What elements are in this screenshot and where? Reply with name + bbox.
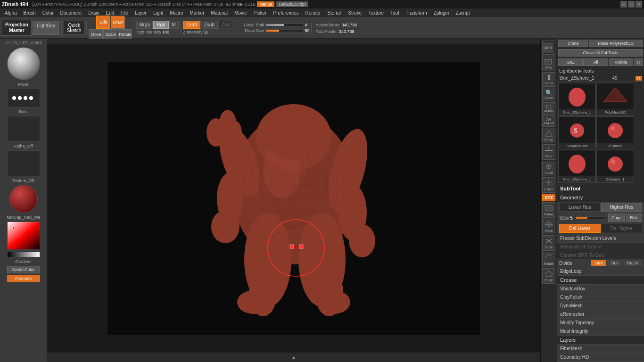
lightbox-button[interactable]: LightBox: [33, 21, 59, 35]
convert-bpr-button[interactable]: Convert BPR To Geo: [557, 251, 644, 259]
reconstruct-subdiv-button[interactable]: Reconstruct Subdiv: [557, 242, 644, 251]
script-button[interactable]: DefaultZScript: [276, 1, 308, 7]
quick-sketch-button[interactable]: QuickSketch: [64, 21, 85, 35]
brush-preview[interactable]: [7, 47, 40, 80]
draw-size-slider[interactable]: [265, 29, 303, 32]
goz-button[interactable]: GoZ: [558, 58, 583, 66]
shadowbox-button[interactable]: ShadowBox: [557, 284, 644, 293]
menu-picker[interactable]: Picker: [251, 10, 270, 16]
alternate-button[interactable]: Alternate: [7, 275, 40, 282]
mesh-r-button[interactable]: R: [636, 76, 643, 81]
alpha-preview[interactable]: [7, 116, 40, 142]
minimize-button[interactable]: ─: [620, 1, 627, 8]
thumb-skin1[interactable]: Skin_ZSphere_1: [558, 83, 596, 116]
geometry-section-header[interactable]: Geometry: [557, 193, 644, 202]
clone-button[interactable]: Clone: [558, 40, 588, 47]
floor-button[interactable]: Floor: [542, 144, 555, 160]
crease-section-header[interactable]: Crease: [557, 275, 644, 284]
menu-brush[interactable]: Brush: [21, 10, 39, 16]
viewport[interactable]: [47, 44, 540, 353]
del-higher-button[interactable]: Del Higher: [601, 224, 643, 233]
menu-render[interactable]: Render: [303, 10, 324, 16]
sdiv-slider[interactable]: [576, 216, 605, 219]
menu-document[interactable]: Document: [58, 10, 85, 16]
menu-macro[interactable]: Macro: [167, 10, 186, 16]
menu-texture[interactable]: Texture: [365, 10, 387, 16]
bpr-button[interactable]: BPR: [542, 41, 555, 55]
menu-movie[interactable]: Movie: [231, 10, 250, 16]
r-small-button[interactable]: R: [634, 58, 643, 66]
model-canvas[interactable]: [107, 62, 480, 335]
menu-file[interactable]: File: [118, 10, 131, 16]
frame-button[interactable]: Frame: [542, 202, 555, 218]
clone-all-subtools-button[interactable]: Clone All SubTools: [558, 49, 643, 57]
actual-button[interactable]: 1:1 Actual: [542, 102, 555, 115]
dynamesh-button[interactable]: DynaMesh: [557, 301, 644, 310]
menu-tool[interactable]: Tool: [388, 10, 402, 16]
m-button[interactable]: M: [169, 21, 179, 29]
reuv-button[interactable]: ReUV: [623, 260, 642, 266]
thumb-zsphere[interactable]: ZSphere: [596, 116, 634, 149]
menu-edit[interactable]: Edit: [103, 10, 117, 16]
aahalf-button[interactable]: AA AAHalf: [542, 115, 555, 127]
rstr-button[interactable]: Rstr: [626, 214, 642, 222]
maximize-button[interactable]: □: [628, 1, 635, 8]
menu-alpha[interactable]: Alpha: [2, 10, 20, 16]
texture-preview[interactable]: [7, 150, 40, 176]
rotate2-button[interactable]: Rotate: [542, 252, 555, 267]
xyz-button[interactable]: XYZ: [542, 194, 555, 201]
freeze-subdiv-button[interactable]: Freeze SubDivision Levels: [557, 234, 644, 242]
move-button[interactable]: Move: [89, 29, 103, 40]
polyf-button[interactable]: PolyF: [542, 268, 555, 284]
menu-stencil[interactable]: Stencil: [324, 10, 344, 16]
lower-res-button[interactable]: Lower Res: [559, 203, 601, 212]
geometry-hd-button[interactable]: Geometry HD: [557, 353, 644, 361]
move2-button[interactable]: Move: [542, 219, 555, 234]
modify-topology-button[interactable]: Modify Topology: [557, 318, 644, 327]
scroll-button[interactable]: ⇕ Scroll: [542, 72, 555, 87]
scale2-button[interactable]: Scale: [542, 235, 555, 251]
claypolish-button[interactable]: ClayPolish: [557, 293, 644, 301]
stroke-preview[interactable]: [7, 89, 40, 107]
local-button[interactable]: Local: [542, 161, 555, 176]
smt-button[interactable]: Smt: [591, 260, 606, 266]
scale-button[interactable]: Scale: [103, 29, 117, 40]
thumb-polymesh3d[interactable]: PolyMesh3D: [596, 83, 634, 116]
thumb-zsphere1[interactable]: ZSphere_1: [596, 150, 634, 183]
menu-draw[interactable]: Draw: [85, 10, 102, 16]
menu-color[interactable]: Color: [40, 10, 57, 16]
menus-button[interactable]: Menus: [257, 1, 274, 7]
lsym-button[interactable]: L.Sym: [542, 177, 555, 193]
mrgb-button[interactable]: Mrgb: [136, 21, 153, 29]
subtool-header[interactable]: SubTool: [557, 184, 644, 193]
menu-preferences[interactable]: Preferences: [271, 10, 302, 16]
suv-button[interactable]: Suv: [607, 260, 622, 266]
zsub-button[interactable]: Zsub: [201, 21, 218, 29]
thumb-simplebrush[interactable]: S SimpleBrush: [558, 116, 596, 149]
del-lower-button[interactable]: Del Lower: [559, 224, 601, 233]
thumb-skin2[interactable]: Skin_ZSphere_1: [558, 150, 596, 183]
visible-button[interactable]: Visible: [609, 58, 633, 66]
zadd-button[interactable]: Zadd: [183, 21, 200, 29]
projection-master-button[interactable]: ProjectionMaster: [2, 20, 32, 36]
cage-button[interactable]: Cage: [608, 214, 625, 222]
focal-shift-slider[interactable]: [265, 24, 303, 26]
menu-light[interactable]: Light: [150, 10, 166, 16]
all-button[interactable]: All: [583, 58, 608, 66]
close-button[interactable]: ✕: [636, 1, 642, 8]
edgeloop-button[interactable]: EdgeLoop: [557, 267, 644, 275]
fibermesh-button[interactable]: FiberMesh: [557, 344, 644, 353]
color-picker[interactable]: [7, 222, 40, 250]
edit-button[interactable]: Edit: [96, 16, 110, 29]
matcap-preview[interactable]: [9, 185, 38, 213]
menu-transform[interactable]: Transform: [403, 10, 429, 16]
menu-stroke[interactable]: Stroke: [345, 10, 364, 16]
menu-zplugin[interactable]: Zplugin: [431, 10, 452, 16]
make-polymesh3d-button[interactable]: Make PolyMesh3D: [589, 40, 643, 47]
mesh-integrity-button[interactable]: MeshIntegrity: [557, 327, 644, 335]
higher-res-button[interactable]: Higher Res: [601, 203, 643, 212]
rgb-button[interactable]: Rgb: [153, 21, 168, 29]
menu-zscript[interactable]: Zscript: [453, 10, 472, 16]
menu-material[interactable]: Material: [208, 10, 231, 16]
rotate-button[interactable]: Rotate: [118, 29, 132, 40]
